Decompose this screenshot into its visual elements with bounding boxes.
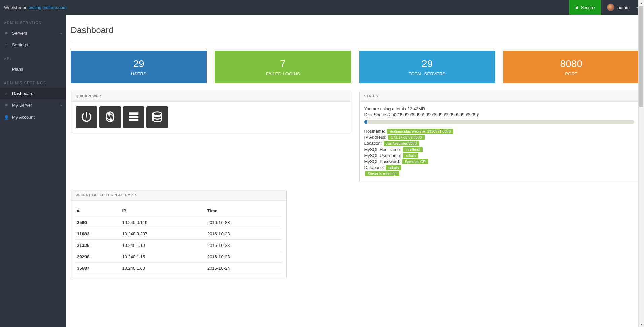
row-id: 35687	[76, 263, 121, 274]
scrollbar-thumb[interactable]	[639, 6, 643, 107]
status-title: STATUS	[360, 91, 639, 102]
status-kv-row: Hostname: dodiaraculus-webister-3930971:…	[364, 129, 635, 134]
row-time: 2016-10-23	[206, 251, 282, 263]
row-id: 29298	[76, 251, 121, 263]
avatar	[607, 4, 614, 11]
status-kv-value: Same as CP	[402, 159, 428, 164]
sidebar-item-my-server[interactable]: ≡My Server▾	[0, 99, 66, 111]
status-kv-row: MySQL Password: Same as CP	[364, 159, 635, 164]
lock-icon	[575, 5, 579, 10]
database-button[interactable]	[146, 106, 168, 128]
status-kv-label: MySQL Hostname:	[364, 147, 402, 152]
usage-line: You are using a total of 2.42MB.	[364, 106, 635, 111]
sidebar: ADMINISTRATION≡Servers▾≡SettingsAPIPlans…	[0, 15, 66, 327]
status-kv-label: MySQL Username:	[364, 153, 403, 158]
brand-link[interactable]: testing.tecflare.com	[29, 5, 67, 10]
quickpower-title: QUICKPOWER	[71, 91, 351, 102]
row-time: 2016-10-23	[206, 228, 282, 240]
status-kv-value: 172.17.68.87:8080	[388, 135, 425, 140]
sidebar-item-settings[interactable]: ≡Settings	[0, 39, 66, 51]
sidebar-item-label: My Account	[12, 115, 35, 120]
stat-value: 29	[71, 58, 207, 69]
sidebar-item-plans[interactable]: Plans	[0, 63, 66, 75]
sidebar-item-label: Dashboard	[12, 91, 34, 96]
status-kv-row: IP Address: 172.17.68.87:8080	[364, 135, 635, 140]
stat-label: FAILED LOGINS	[215, 71, 351, 76]
settings-icon: ≡	[4, 43, 9, 47]
secure-label: Secure	[581, 5, 595, 10]
stat-label: USERS	[71, 71, 207, 76]
sidebar-item-my-account[interactable]: 👤My Account	[0, 111, 66, 123]
status-kv-label: Hostname:	[364, 129, 386, 134]
my-account-icon: 👤	[4, 115, 9, 120]
row-time: 2016-10-23	[206, 217, 282, 228]
power-button[interactable]	[76, 106, 97, 128]
servers-icon: ≡	[4, 31, 9, 36]
stat-value: 8080	[503, 58, 639, 69]
sidebar-section-title: ADMIN'S SETTINGS	[0, 75, 66, 88]
table-header: IP	[121, 205, 206, 217]
server-button[interactable]	[123, 106, 144, 128]
sidebar-item-servers[interactable]: ≡Servers▾	[0, 27, 66, 39]
dashboard-icon: ⌂	[4, 91, 9, 96]
sidebar-item-label: My Server	[12, 103, 32, 108]
table-header: #	[76, 205, 121, 217]
sidebar-section-title: ADMINISTRATION	[0, 15, 66, 27]
chevron-down-icon: ▾	[60, 104, 62, 107]
disk-progress-fill	[364, 120, 368, 124]
sidebar-section-title: API	[0, 51, 66, 63]
restart-button[interactable]	[99, 106, 121, 128]
restart-icon	[104, 110, 116, 124]
table-row: 2132510.240.1.192016-10-23	[76, 240, 282, 251]
stat-card-failed-logins[interactable]: 7FAILED LOGINS	[215, 51, 351, 83]
chevron-down-icon: ▾	[636, 6, 638, 9]
stat-card-port[interactable]: 8080PORT	[503, 51, 639, 83]
failed-logins-title: RECENT FAILED LOGIN ATTEMPTS	[71, 190, 286, 201]
user-menu[interactable]: admin ▾	[601, 0, 644, 15]
status-kv-label: IP Address:	[364, 135, 388, 140]
failed-logins-panel: RECENT FAILED LOGIN ATTEMPTS #IPTime 359…	[71, 190, 287, 279]
row-ip: 10.240.1.15	[121, 251, 206, 263]
brand: Webister on testing.tecflare.com	[0, 5, 66, 10]
status-kv-value: /var/webister/8080	[384, 141, 419, 146]
stat-value: 7	[215, 58, 351, 69]
stat-card-users[interactable]: 29USERS	[71, 51, 207, 83]
sidebar-item-label: Plans	[12, 67, 23, 72]
row-id: 21325	[76, 240, 121, 251]
status-kv-label: Location:	[364, 141, 383, 146]
sidebar-item-dashboard[interactable]: ⌂Dashboard	[0, 88, 66, 99]
stat-value: 29	[359, 58, 495, 69]
sidebar-item-label: Settings	[12, 42, 28, 47]
vertical-scrollbar[interactable]: ▴ ▾	[638, 0, 644, 327]
status-panel: STATUS You are using a total of 2.42MB. …	[359, 91, 640, 182]
status-kv-value: admin	[386, 165, 401, 170]
row-time: 2016-10-23	[206, 240, 282, 251]
disk-progress	[364, 120, 635, 124]
topbar-right: Secure admin ▾	[569, 0, 644, 15]
status-kv-value: localhost	[403, 147, 422, 152]
scroll-down-icon[interactable]: ▾	[639, 321, 644, 327]
quickpower-panel: QUICKPOWER	[71, 91, 351, 133]
chevron-down-icon: ▾	[60, 32, 62, 35]
my-server-icon: ≡	[4, 103, 9, 108]
row-id: 3590	[76, 217, 121, 228]
scroll-up-icon[interactable]: ▴	[639, 0, 644, 6]
row-ip: 10.240.1.19	[121, 240, 206, 251]
status-kv-row: MySQL Username: admin	[364, 153, 635, 158]
secure-button[interactable]: Secure	[569, 0, 601, 15]
power-icon	[80, 110, 93, 124]
table-row: 2929810.240.1.152016-10-23	[76, 251, 282, 263]
failed-logins-table: #IPTime 359010.240.0.1192016-10-23116831…	[76, 205, 282, 274]
row-ip: 10.240.0.119	[121, 217, 206, 228]
status-kv-label: Database:	[364, 165, 385, 170]
server-icon	[127, 110, 140, 124]
topbar: Webister on testing.tecflare.com Secure …	[0, 0, 644, 15]
quickpower-icons	[76, 106, 346, 128]
status-kv-row: Database: admin	[364, 165, 635, 170]
row-time: 2016-10-24	[206, 263, 282, 274]
table-row: 359010.240.0.1192016-10-23	[76, 217, 282, 228]
page-title: Dashboard	[71, 15, 639, 43]
stat-card-total-servers[interactable]: 29TOTAL SERVERS	[359, 51, 495, 83]
row-ip: 10.240.1.60	[121, 263, 206, 274]
status-kv-row: Location: /var/webister/8080	[364, 141, 635, 146]
